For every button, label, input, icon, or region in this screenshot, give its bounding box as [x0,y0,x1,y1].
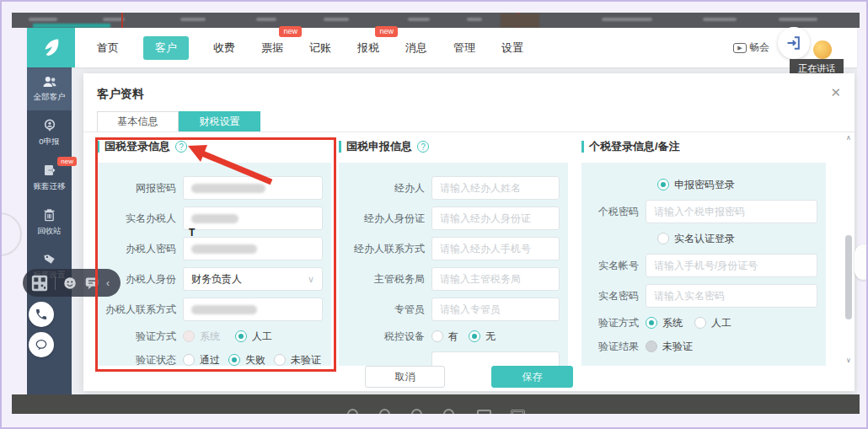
nav-item-tax-filing[interactable]: 报税 new [356,36,381,60]
section-title: 国税登录信息 [104,139,170,154]
radio-password-login[interactable] [657,179,669,190]
phone-icon [35,308,48,321]
personal-tax-password-field[interactable] [646,200,817,223]
zero-filing-icon [43,119,56,132]
help-icon[interactable]: ? [175,141,187,153]
tax-officer-field[interactable] [431,298,560,321]
section-title: 个税登录信息/备注 [589,139,680,154]
new-badge: new [279,26,302,37]
form-row: 实名帐号 [590,254,817,277]
tab-basic-info[interactable]: 基本信息 [97,111,179,131]
sidebar-item-recycle-bin[interactable]: 回收站 [27,200,72,244]
nav-item-customers[interactable]: 客户 [143,36,189,60]
control-icon [443,409,454,414]
scroll-down-icon[interactable]: ∨ [844,357,853,364]
radio-unverified-result [646,341,657,352]
control-icon [379,409,390,414]
form-row: 验证方式 系统 人工 [590,314,817,331]
form-row: 个税密码 [590,200,817,223]
agent-name-field[interactable] [431,176,560,200]
form-row: 实名密码 [590,284,817,308]
section-national-tax-filing: 国税申报信息 ? 经办人 经办人身份证 经办人联系方式 [339,137,568,366]
web-filing-password-field[interactable] [183,176,323,200]
live-session-entry[interactable]: ▶ 畅会 [733,40,769,55]
tab-fiscal-settings[interactable]: 财税设置 [179,111,260,131]
taxpayer-contact-field[interactable] [183,298,323,321]
radio-passed[interactable] [183,354,195,366]
radio-failed[interactable] [228,354,240,366]
sidebar-item-account-migration[interactable]: new 账套迁移 [27,155,72,200]
qr-app-icon[interactable] [31,275,48,292]
collapse-chevron-icon[interactable]: ‹ [106,277,110,289]
radio-has-device[interactable] [431,330,443,342]
customers-icon [42,76,57,88]
radio-system[interactable] [183,330,195,342]
smiley-icon[interactable] [62,276,78,291]
masked-value [191,305,257,314]
form-row: 主管税务局 [347,267,560,291]
form-row: 网报密码 [105,176,323,200]
nav-item-settings[interactable]: 设置 [500,36,525,60]
radio-realname-login[interactable] [657,233,669,244]
clipped-field[interactable] [431,351,560,366]
tax-bureau-field[interactable] [431,267,560,291]
realname-account-field[interactable] [646,254,817,277]
scroll-up-icon[interactable]: ∧ [844,134,853,142]
taxpayer-password-field[interactable]: T [183,237,323,260]
scroll-thumb[interactable] [845,235,852,319]
app-logo[interactable] [27,28,75,67]
control-icon [511,410,525,414]
radio-system[interactable] [646,317,657,329]
right-edge-handle[interactable] [855,244,868,280]
radio-manual[interactable] [235,330,247,342]
text-cursor: T [189,227,195,239]
floating-toolbar: ‹ [23,269,121,297]
modal-footer: 取消 保存 [83,366,855,391]
control-icon [477,410,491,414]
nav-item-invoices[interactable]: 票据 new [260,36,285,60]
cancel-button[interactable]: 取消 [365,366,445,388]
form-row-clipped [347,351,560,366]
modal-body: 国税登录信息 ? 网报密码 实名办税人 办税人密码 T [83,132,843,366]
exit-button[interactable] [778,27,810,59]
radio-unverified[interactable] [274,354,286,366]
nav-item-billing[interactable]: 收费 [212,36,237,60]
sidebar-item-zero-filing[interactable]: 0申报 [27,110,72,155]
close-icon[interactable]: ✕ [830,85,841,100]
phone-button[interactable] [29,302,54,327]
form-row: 实名认证登录 [590,230,817,247]
tag-icon [43,253,56,265]
section-national-tax-login: 国税登录信息 ? 网报密码 实名办税人 办税人密码 T [97,137,331,366]
exit-arrow-icon [785,35,802,51]
nav-item-bookkeeping[interactable]: 记账 [308,36,333,60]
form-row: 办税人联系方式 [105,298,323,321]
bottom-video-strip [12,394,860,414]
radio-no-device[interactable] [469,330,480,342]
nav-item-messages[interactable]: 消息 [404,36,429,60]
save-button[interactable]: 保存 [491,366,573,388]
coin-icon[interactable] [813,40,832,59]
chat-icon[interactable] [84,276,99,290]
section-personal-tax-login: 个税登录信息/备注 申报密码登录 个税密码 实名认证登录 实名帐号 [581,137,826,366]
control-icon [411,409,422,414]
sidebar-item-all-customers[interactable]: 全部客户 [27,67,72,110]
customer-profile-modal: 客户资料 ✕ 基本信息 财税设置 国税登录信息 ? 网报密码 [83,73,855,391]
realname-taxpayer-field[interactable] [183,206,323,230]
modal-scrollbar: ∧ ∨ [844,134,853,364]
form-row: 税控设备 有 无 [347,328,560,345]
radio-manual[interactable] [694,317,706,329]
agent-phone-field[interactable] [431,237,560,260]
modal-title: 客户资料 [97,87,144,102]
left-edge-handle[interactable] [0,212,22,256]
help-icon[interactable]: ? [417,141,429,153]
nav-item-management[interactable]: 管理 [452,36,477,60]
play-video-icon: ▶ [733,43,747,53]
webcam-thumbnail [501,13,539,28]
agent-id-field[interactable] [431,206,560,230]
nav-item-home[interactable]: 首页 [95,36,121,60]
realname-password-field[interactable] [646,284,817,308]
new-badge: new [375,26,398,37]
taxpayer-identity-select[interactable]: 财务负责人 ∨ [183,267,323,291]
migration-icon [43,164,56,177]
message-button[interactable] [29,332,54,357]
